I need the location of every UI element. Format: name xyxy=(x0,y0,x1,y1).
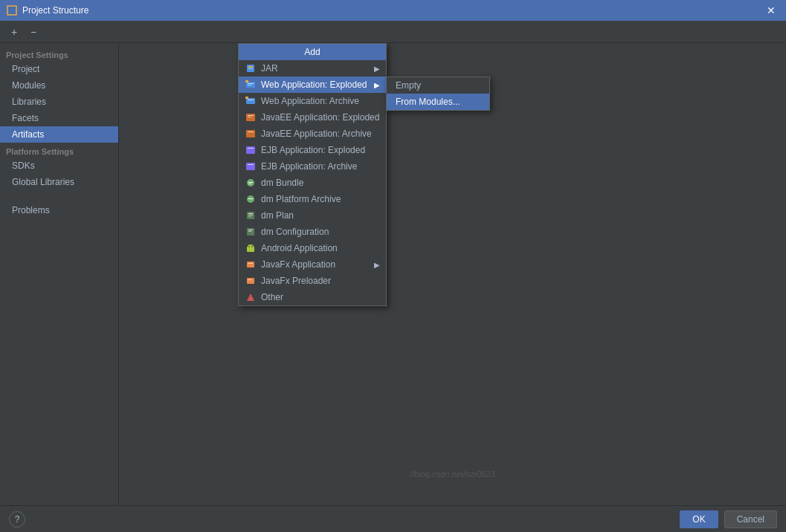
svg-rect-11 xyxy=(245,97,248,99)
svg-point-35 xyxy=(248,246,250,247)
svg-rect-38 xyxy=(248,263,253,264)
dm-platform-icon xyxy=(245,193,257,205)
menu-item-other[interactable]: Other xyxy=(239,289,386,305)
svg-rect-40 xyxy=(248,279,251,280)
submenu-item-empty[interactable]: Empty xyxy=(387,77,489,94)
toolbar: + − xyxy=(0,21,786,43)
svg-rect-23 xyxy=(248,184,251,184)
project-structure-dialog: Project Structure ✕ + − Project Settings… xyxy=(0,0,786,532)
menu-item-jar[interactable]: JAR ▶ xyxy=(239,60,386,77)
menu-item-ejb-exploded[interactable]: EJB Application: Exploded xyxy=(239,142,386,158)
svg-rect-18 xyxy=(248,148,254,149)
sidebar-item-modules[interactable]: Modules xyxy=(0,77,118,94)
svg-rect-7 xyxy=(248,85,251,85)
dialog-title: Project Structure xyxy=(22,5,758,16)
ejb-exploded-icon xyxy=(245,144,257,156)
svg-rect-16 xyxy=(248,132,254,132)
svg-rect-15 xyxy=(246,130,255,137)
watermark: //blog.csdn.net/hzr0523 xyxy=(119,470,786,479)
svg-rect-17 xyxy=(246,146,255,154)
svg-rect-10 xyxy=(248,100,254,100)
javaee-exploded-icon xyxy=(245,111,257,123)
cancel-button[interactable]: Cancel xyxy=(724,510,777,528)
dm-plan-icon xyxy=(245,210,257,221)
menu-item-dm-config[interactable]: dm Configuration xyxy=(239,224,386,240)
submenu-item-from-modules[interactable]: From Modules... xyxy=(387,94,489,110)
menu-item-javaee-exploded[interactable]: JavaEE Application: Exploded xyxy=(239,109,386,126)
svg-rect-22 xyxy=(248,182,253,183)
javafx-preloader-icon xyxy=(245,275,257,287)
svg-rect-3 xyxy=(248,66,253,68)
sidebar-item-global-libraries[interactable]: Global Libraries xyxy=(0,174,118,190)
sidebar-item-facets[interactable]: Facets xyxy=(0,110,118,126)
svg-rect-9 xyxy=(246,98,255,104)
web-exploded-submenu: Empty From Modules... xyxy=(386,77,490,111)
menu-item-android[interactable]: Android Application xyxy=(239,240,386,256)
project-settings-label: Project Settings xyxy=(0,46,118,61)
sidebar-item-project[interactable]: Project xyxy=(0,61,118,77)
svg-rect-27 xyxy=(248,213,253,214)
web-exploded-arrow-icon: ▶ xyxy=(374,81,380,89)
ejb-archive-icon xyxy=(245,160,257,172)
svg-rect-39 xyxy=(247,278,254,284)
menu-item-dm-plan[interactable]: dm Plan xyxy=(239,207,386,224)
svg-rect-8 xyxy=(245,80,248,82)
sidebar-item-problems[interactable]: Problems xyxy=(0,202,118,218)
svg-rect-14 xyxy=(248,117,251,117)
menu-item-dm-bundle[interactable]: dm Bundle xyxy=(239,175,386,191)
dm-config-icon xyxy=(245,226,257,238)
sidebar-item-artifacts[interactable]: Artifacts xyxy=(0,126,118,143)
svg-rect-32 xyxy=(248,231,251,232)
footer: ? OK Cancel xyxy=(0,505,786,532)
javafx-icon xyxy=(245,259,257,270)
dm-bundle-icon xyxy=(245,177,257,189)
menu-item-javafx[interactable]: JavaFx Application ▶ xyxy=(239,256,386,273)
android-icon xyxy=(245,242,257,254)
ok-button[interactable]: OK xyxy=(680,510,718,528)
other-icon xyxy=(245,291,257,303)
svg-rect-1 xyxy=(9,7,15,13)
menu-item-web-exploded[interactable]: Web Application: Exploded ▶ Empty From M… xyxy=(239,77,386,93)
svg-rect-4 xyxy=(248,68,253,69)
platform-settings-label: Platform Settings xyxy=(0,143,118,158)
sidebar-item-libraries[interactable]: Libraries xyxy=(0,94,118,110)
menu-item-ejb-archive[interactable]: EJB Application: Archive xyxy=(239,158,386,175)
web-exploded-icon xyxy=(245,79,257,91)
javaee-archive-icon xyxy=(245,128,257,140)
help-button[interactable]: ? xyxy=(9,511,25,528)
add-menu-header: Add xyxy=(239,44,386,60)
add-menu-dropdown: Add JAR ▶ xyxy=(238,43,387,306)
app-icon xyxy=(6,4,18,16)
menu-item-dm-platform[interactable]: dm Platform Archive xyxy=(239,191,386,207)
add-menu: Add JAR ▶ xyxy=(238,43,387,306)
content-area: Add JAR ▶ xyxy=(119,43,786,505)
svg-marker-41 xyxy=(247,293,254,301)
javafx-arrow-icon: ▶ xyxy=(374,261,380,269)
add-button[interactable]: + xyxy=(6,24,22,40)
svg-rect-20 xyxy=(248,164,254,165)
svg-rect-28 xyxy=(248,215,253,215)
jar-arrow-icon: ▶ xyxy=(374,65,380,73)
sidebar: Project Settings Project Modules Librari… xyxy=(0,43,119,505)
svg-rect-19 xyxy=(246,163,255,170)
remove-button[interactable]: − xyxy=(25,24,42,40)
sidebar-item-sdks[interactable]: SDKs xyxy=(0,158,118,174)
svg-rect-29 xyxy=(248,216,251,217)
menu-item-web-archive[interactable]: Web Application: Archive xyxy=(239,93,386,109)
title-bar: Project Structure ✕ xyxy=(0,0,786,21)
main-content: Project Settings Project Modules Librari… xyxy=(0,43,786,505)
web-archive-icon xyxy=(245,95,257,107)
menu-item-javafx-preloader[interactable]: JavaFx Preloader xyxy=(239,273,386,289)
svg-point-36 xyxy=(251,246,253,247)
svg-rect-6 xyxy=(248,83,254,84)
svg-rect-25 xyxy=(248,198,253,199)
svg-rect-37 xyxy=(247,262,254,267)
menu-item-javaee-archive[interactable]: JavaEE Application: Archive xyxy=(239,126,386,142)
svg-rect-31 xyxy=(248,230,253,230)
jar-icon xyxy=(245,62,257,74)
svg-rect-13 xyxy=(248,115,254,116)
close-button[interactable]: ✕ xyxy=(762,3,780,18)
